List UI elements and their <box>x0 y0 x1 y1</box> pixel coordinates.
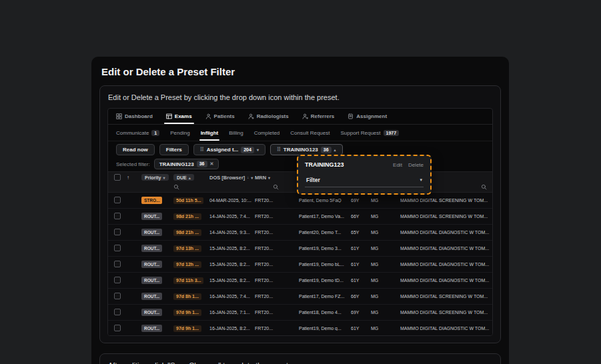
arrow-down-icon: ↓ <box>247 175 249 179</box>
priority-column-header[interactable]: Priority▾ <box>141 174 169 181</box>
exam-table-row[interactable]: ROUT... 97d 8h 1... 16-JAN-2025, 7:4... … <box>108 289 492 305</box>
due-time: 97d 11h 3... <box>173 277 203 284</box>
row-checkbox[interactable] <box>114 197 121 203</box>
mrn-column-header[interactable]: MRN▾ <box>255 175 299 181</box>
age-cell: 61Y <box>351 326 371 331</box>
row-checkbox[interactable] <box>114 229 121 235</box>
selected-filter-chip[interactable]: TRAINING123 36 ✕ <box>154 159 219 169</box>
sub-nav-pending[interactable]: Pending <box>170 125 189 141</box>
description-cell: MAMMO DIGITAL DIAGNOSTIC W TOM... <box>400 262 492 267</box>
preset-button-training123[interactable]: ⠿ TRAINING123 36 ▴ <box>270 144 343 155</box>
main-nav-assignment[interactable]: Assignment <box>348 109 387 124</box>
due-time: 97d 13h ... <box>173 245 201 252</box>
page-title: Edit or Delete a Preset Filter <box>91 57 509 85</box>
patient-cell: Patient17, Demo Va... <box>299 214 351 219</box>
description-cell: MAMMO DIGITAL DIAGNOSTIC W TOM... <box>400 278 492 283</box>
search-icon[interactable] <box>481 184 487 190</box>
dos-cell: 16-JAN-2025, 7:1... <box>209 310 255 315</box>
priority-badge: ROUT... <box>141 277 162 284</box>
patient-cell: Patient19, Demo tD... <box>299 278 351 283</box>
age-cell: 61Y <box>351 262 371 267</box>
mrn-cell: FRT20... <box>255 230 299 235</box>
assignment-icon <box>348 113 354 119</box>
exam-table-row[interactable]: ROUT... 97d 13h ... 15-JAN-2025, 8:2... … <box>108 241 492 257</box>
exam-table-row[interactable]: ROUT... 97d 9h 1... 16-JAN-2025, 8:2... … <box>108 321 492 336</box>
exam-table-row[interactable]: STRO... 50d 11h 5... 04-MAR-2025, 10:...… <box>108 193 492 209</box>
sub-nav-inflight[interactable]: Inflight <box>201 125 219 141</box>
patients-icon <box>205 113 211 119</box>
drag-handle-icon: ⠿ <box>200 147 204 153</box>
mrn-cell: FRT20... <box>255 214 299 219</box>
chevron-up-icon: ▴ <box>334 147 336 152</box>
age-cell: 65Y <box>351 230 371 235</box>
patient-cell: Patient19, Demo bL... <box>299 262 351 267</box>
description-cell: MAMMO DIGITAL DIAGNOSTIC W TOM... <box>400 230 492 235</box>
sub-nav-communicate[interactable]: Communicate 1 <box>116 125 159 141</box>
exam-table-row[interactable]: ROUT... 97d 9h 1... 16-JAN-2025, 7:1... … <box>108 305 492 321</box>
select-all-checkbox[interactable] <box>114 174 121 181</box>
dos-cell: 15-JAN-2025, 8:2... <box>209 262 255 267</box>
sub-nav-billing[interactable]: Billing <box>229 125 243 141</box>
age-cell: 69Y <box>351 198 371 203</box>
referrers-icon <box>302 113 308 119</box>
main-nav-referrers[interactable]: Referrers <box>302 109 335 124</box>
description-cell: MAMMO DIGITAL SCREENING W TOM... <box>400 294 492 299</box>
patient-cell: Patient18, Demo 4... <box>299 310 351 315</box>
modality-cell: MG <box>371 230 400 235</box>
priority-badge: ROUT... <box>141 309 162 316</box>
main-nav-dashboard[interactable]: Dashboard <box>116 109 153 124</box>
mrn-cell: FRT20... <box>255 262 299 267</box>
sort-arrow-icon[interactable]: ↑ <box>127 175 129 181</box>
chevron-down-icon: ▾ <box>257 147 259 152</box>
count-badge: 204 <box>241 147 254 153</box>
exam-table-body: STRO... 50d 11h 5... 04-MAR-2025, 10:...… <box>108 193 492 336</box>
preset-dropdown: TRAINING123 Edit Delete Filter ▾ <box>297 155 432 195</box>
age-cell: 66Y <box>351 214 371 219</box>
due-time: 98d 21h ... <box>173 213 201 220</box>
priority-badge: ROUT... <box>141 293 162 300</box>
dos-column-header[interactable]: DOS [Browser]↓▾ <box>209 175 255 181</box>
exam-table-row[interactable]: ROUT... 98d 21h ... 14-JAN-2025, 7:4... … <box>108 209 492 225</box>
row-checkbox[interactable] <box>114 325 121 331</box>
preset-buttons: ⠿ Assigned t... 204 ▾ ⠿ TRAINING123 36 ▴ <box>193 144 343 155</box>
filter-select[interactable]: Filter ▾ <box>305 174 424 187</box>
priority-badge: ROUT... <box>141 325 162 332</box>
exam-table-row[interactable]: ROUT... 97d 11h 3... 15-JAN-2025, 8:2...… <box>108 273 492 289</box>
chevron-up-icon: ▴ <box>189 175 191 180</box>
sub-nav-completed[interactable]: Completed <box>254 125 280 141</box>
row-checkbox[interactable] <box>114 277 121 283</box>
main-nav-radiologists[interactable]: Radiologists <box>248 109 289 124</box>
exam-table-row[interactable]: ROUT... 98d 21h ... 14-JAN-2025, 9:3... … <box>108 225 492 241</box>
mrn-cell: FRT20... <box>255 198 299 203</box>
sub-nav-consult-request[interactable]: Consult Request <box>290 125 330 141</box>
sub-nav-support-request[interactable]: Support Request 1977 <box>340 125 399 141</box>
row-checkbox[interactable] <box>114 213 121 219</box>
drag-handle-icon: ⠿ <box>277 147 281 153</box>
search-icon[interactable] <box>273 184 279 190</box>
count-badge: 1977 <box>384 130 400 136</box>
step-instruction: Edit or Delete a Preset by clicking the … <box>108 93 493 102</box>
due-column-header[interactable]: DUE▴ <box>173 174 194 181</box>
row-checkbox[interactable] <box>114 245 121 251</box>
main-nav-exams[interactable]: Exams <box>166 109 192 124</box>
exam-table-row[interactable]: ROUT... 97d 12h ... 15-JAN-2025, 8:2... … <box>108 257 492 273</box>
description-cell: MAMMO DIGITAL SCREENING W TOM... <box>400 214 492 219</box>
dos-cell: 14-JAN-2025, 7:4... <box>209 214 255 219</box>
delete-preset-button[interactable]: Delete <box>408 162 424 168</box>
patient-cell: Patient17, Demo FZ... <box>299 294 351 299</box>
read-now-button[interactable]: Read now <box>116 144 155 155</box>
mrn-cell: FRT20... <box>255 294 299 299</box>
main-nav-patients[interactable]: Patients <box>205 109 235 124</box>
search-icon[interactable] <box>173 184 179 190</box>
modality-cell: MG <box>371 198 400 203</box>
documentation-card: Edit or Delete a Preset Filter Edit or D… <box>91 57 509 364</box>
row-checkbox[interactable] <box>114 261 121 267</box>
row-checkbox[interactable] <box>114 293 121 299</box>
edit-preset-button[interactable]: Edit <box>393 162 402 168</box>
mrn-cell: FRT20... <box>255 326 299 331</box>
remove-filter-icon[interactable]: ✕ <box>210 161 214 167</box>
priority-badge: ROUT... <box>141 213 162 220</box>
row-checkbox[interactable] <box>114 309 121 315</box>
filters-button[interactable]: Filters <box>159 144 189 155</box>
preset-button-assigned-t-[interactable]: ⠿ Assigned t... 204 ▾ <box>193 144 265 155</box>
